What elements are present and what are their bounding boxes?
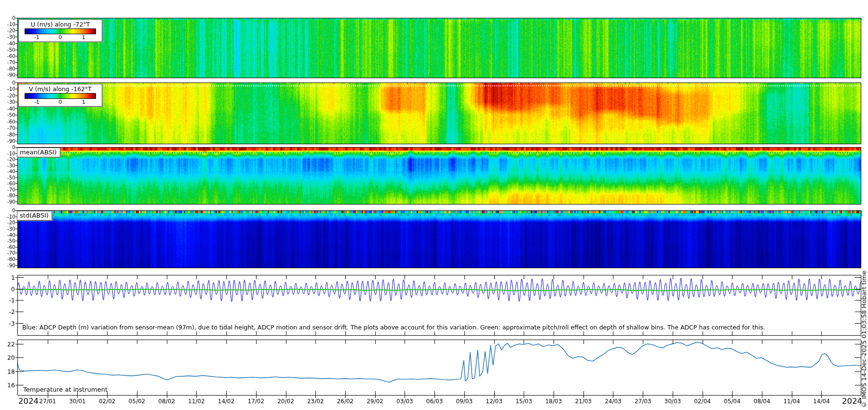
x-tick-label: 14/04 [813,398,830,405]
x-tick-label: 02/04 [694,398,711,405]
depth-tick-label: -20 [7,27,15,33]
plots-canvas [0,0,868,410]
depth-tick-label: -70 [7,187,15,192]
temperature-label: Temperature at instrument [23,386,108,393]
mean-absi-label: mean(ABSI) [17,148,60,157]
depth-tick-label: -50 [7,175,15,180]
depth-tick-label: -30 [7,226,15,232]
colorbar-tick-label: -1 [34,34,40,41]
figure-root: IMOS/ANMN/NSW/CH100/Velocity/IMOS_ANMN-N… [0,0,868,410]
depth-tick-label: -90 [7,72,15,78]
u-colorbar [25,28,96,34]
depth-tick-label: -80 [7,256,15,262]
x-tick-label: 09/03 [456,398,473,405]
depth-tick-label: -40 [7,168,15,174]
x-tick-label: 18/03 [545,398,562,405]
x-tick-label: 11/02 [188,398,205,405]
dv-ytick-label: 0 [11,285,15,292]
x-tick-label: 23/02 [307,398,324,405]
x-tick-label: 30/01 [69,398,86,405]
depth-tick-label: 0 [12,15,15,21]
x-tick-label: 17/02 [248,398,265,405]
depth-tick-label: -60 [7,119,15,124]
depth-tick-label: -80 [7,132,15,137]
depth-tick-label: -20 [7,219,15,225]
depth-tick-label: -10 [7,86,15,92]
depth-tick-label: -40 [7,41,15,46]
depth-tick-label: -50 [7,112,15,118]
u-legend-title: U (m/s) along -72°T [22,21,99,28]
depth-tick-label: -60 [7,53,15,59]
x-tick-label: 24/03 [605,398,622,405]
std-absi-label: std(ABSI) [17,211,52,220]
x-tick-label: 06/03 [426,398,443,405]
x-tick-label: 03/03 [396,398,413,405]
u-colorbar-ticks: -101 [25,34,95,41]
x-tick-label: 27/03 [635,398,651,405]
depth-variation-annotation: Blue: ADCP Depth (m) variation from sens… [22,324,765,331]
depth-tick-label: -50 [7,47,15,53]
depth-tick-label: 0 [12,144,15,150]
depth-tick-label: -70 [7,59,15,65]
year-label-left: 2024 [18,396,39,406]
depth-tick-label: -40 [7,232,15,238]
x-tick-label: 12/03 [486,398,502,405]
depth-tick-label: 0 [12,207,15,213]
depth-tick-label: -70 [7,250,15,256]
v-colorbar-ticks: -101 [25,99,95,105]
depth-tick-label: -90 [7,138,15,144]
depth-tick-label: -80 [7,192,15,198]
depth-tick-label: -60 [7,180,15,186]
x-tick-label: 26/02 [337,398,354,405]
depth-tick-label: -90 [7,262,15,268]
x-tick-label: 20/02 [277,398,294,405]
colorbar-tick-label: 1 [82,99,85,105]
depth-tick-label: -60 [7,244,15,250]
x-tick-label: 05/02 [129,398,146,405]
dv-ytick-label: 1 [11,273,15,281]
x-tick-label: 05/04 [724,398,741,405]
colorbar-tick-label: 0 [59,34,62,41]
depth-tick-label: -20 [7,156,15,162]
depth-tick-label: -40 [7,106,15,111]
colorbar-tick-label: 0 [59,99,62,105]
imos-watermark: © IMOS 14-Dec-2025 01:03:58 Hobart time [860,271,868,409]
depth-tick-label: -10 [7,214,15,219]
temp-ytick-label: 18 [7,368,15,375]
u-colorbar-legend: U (m/s) along -72°T -101 [18,19,102,42]
depth-tick-label: -90 [7,199,15,205]
dv-ytick-label: -2 [9,308,15,315]
depth-tick-label: -30 [7,99,15,105]
x-tick-label: 14/02 [218,398,235,405]
depth-tick-label: -70 [7,125,15,131]
x-tick-label: 29/02 [366,398,383,405]
dv-ytick-label: -3 [9,319,15,327]
depth-tick-label: 0 [12,80,15,85]
temp-ytick-label: 16 [7,382,15,389]
x-tick-label: 15/03 [515,398,532,405]
x-tick-label: 30/03 [665,398,681,405]
year-label-right: 2024 [842,396,862,406]
depth-tick-label: -30 [7,34,15,40]
colorbar-tick-label: -1 [34,99,40,105]
v-colorbar [25,93,96,99]
temp-ytick-label: 22 [7,340,15,347]
x-tick-label: 11/04 [783,398,800,405]
dv-ytick-label: -1 [9,297,15,304]
v-colorbar-legend: V (m/s) along -162°T -101 [18,84,102,107]
colorbar-tick-label: 1 [82,34,85,41]
x-tick-label: 08/02 [158,398,175,405]
x-tick-label: 21/03 [575,398,592,405]
depth-tick-label: -30 [7,163,15,168]
x-tick-label: 08/04 [754,398,771,405]
x-tick-label: 27/01 [39,398,56,405]
depth-tick-label: -80 [7,66,15,71]
depth-tick-label: -50 [7,238,15,244]
depth-tick-label: -20 [7,93,15,98]
temp-ytick-label: 20 [7,354,15,361]
x-tick-label: 02/02 [99,398,116,405]
depth-tick-label: -10 [7,21,15,27]
v-legend-title: V (m/s) along -162°T [22,85,99,93]
depth-tick-label: -10 [7,150,15,156]
